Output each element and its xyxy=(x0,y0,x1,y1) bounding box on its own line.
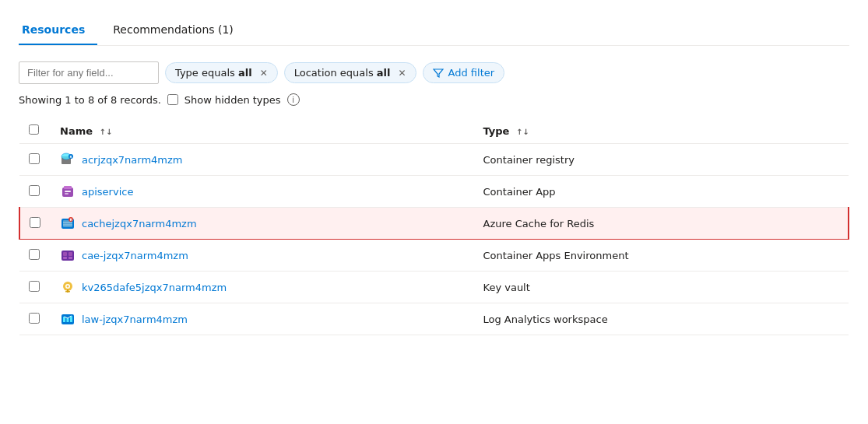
row-name-cell: cae-jzqx7narm4mzm xyxy=(51,240,474,272)
row-checkbox[interactable] xyxy=(29,281,40,292)
svg-rect-18 xyxy=(63,257,67,259)
row-name-cell: kv265dafe5jzqx7narm4mzm xyxy=(51,272,474,303)
row-name-cell: law-jzqx7narm4mzm xyxy=(51,303,474,335)
type-sort-icon[interactable]: ↑↓ xyxy=(516,128,529,136)
location-filter-chip[interactable]: Location equals all ✕ xyxy=(284,62,416,83)
row-checkbox-cell xyxy=(19,240,51,272)
row-type-cell: Container Apps Environment xyxy=(474,240,849,272)
table-row: apiservice Container App xyxy=(19,176,849,208)
show-hidden-label: Show hidden types xyxy=(184,94,281,106)
table-row: kv265dafe5jzqx7narm4mzm Key vault xyxy=(19,272,849,303)
table-row: R cachejzqx7narm4mzm Azure Cache for Red… xyxy=(19,208,849,240)
row-checkbox[interactable] xyxy=(29,249,40,260)
row-checkbox-cell xyxy=(19,208,51,240)
table-row: cae-jzqx7narm4mzm Container Apps Environ… xyxy=(19,240,849,272)
row-checkbox[interactable] xyxy=(29,185,40,196)
svg-text:R: R xyxy=(70,218,73,222)
type-filter-close[interactable]: ✕ xyxy=(260,68,268,79)
row-checkbox[interactable] xyxy=(30,217,40,228)
row-name-cell: apiservice xyxy=(51,176,474,208)
resource-link[interactable]: acrjzqx7narm4mzm xyxy=(82,154,183,166)
tabs-container: Resources Recommendations (1) xyxy=(19,16,849,46)
svg-rect-19 xyxy=(69,257,72,259)
add-filter-label: Add filter xyxy=(448,67,495,79)
filter-bar: Type equals all ✕ Location equals all ✕ … xyxy=(19,61,849,84)
row-checkbox[interactable] xyxy=(29,153,40,164)
resource-link[interactable]: law-jzqx7narm4mzm xyxy=(82,314,188,325)
funnel-icon xyxy=(433,68,444,79)
svg-rect-27 xyxy=(67,318,69,322)
key-vault-icon xyxy=(60,279,76,295)
record-info-bar: Showing 1 to 8 of 8 records. Show hidden… xyxy=(19,93,849,106)
resource-link[interactable]: apiservice xyxy=(82,186,133,198)
filter-input[interactable] xyxy=(19,61,159,84)
resource-link[interactable]: cachejzqx7narm4mzm xyxy=(82,218,197,230)
row-name-cell: R cachejzqx7narm4mzm xyxy=(51,208,474,240)
select-all-checkbox[interactable] xyxy=(29,124,39,135)
info-icon[interactable]: i xyxy=(287,93,300,106)
row-checkbox-cell xyxy=(19,272,51,303)
resource-link[interactable]: cae-jzqx7narm4mzm xyxy=(82,250,188,261)
row-checkbox-cell xyxy=(19,303,51,335)
container-registry-icon: R xyxy=(60,152,76,167)
svg-rect-8 xyxy=(65,193,69,194)
svg-text:R: R xyxy=(70,155,72,159)
row-type-cell: Container registry xyxy=(474,144,849,176)
svg-rect-6 xyxy=(64,186,72,189)
container-apps-env-icon xyxy=(60,247,76,263)
show-hidden-checkbox[interactable] xyxy=(167,94,178,105)
svg-rect-26 xyxy=(63,317,65,322)
svg-rect-7 xyxy=(65,191,71,192)
row-type-cell: Container App xyxy=(474,176,849,208)
table-header-row: Name ↑↓ Type ↑↓ xyxy=(19,118,849,144)
svg-rect-17 xyxy=(69,252,72,256)
select-all-header xyxy=(19,118,51,144)
row-type-cell: Log Analytics workspace xyxy=(474,303,849,335)
svg-rect-16 xyxy=(63,252,67,256)
tab-recommendations[interactable]: Recommendations (1) xyxy=(110,16,246,45)
log-analytics-icon xyxy=(60,311,76,327)
col-header-type: Type ↑↓ xyxy=(474,118,849,144)
resources-table: Name ↑↓ Type ↑↓ R acrjzqx7narm4mzm Conta xyxy=(19,118,849,335)
record-summary: Showing 1 to 8 of 8 records. xyxy=(19,94,161,106)
row-checkbox-cell xyxy=(19,144,51,176)
table-row: law-jzqx7narm4mzm Log Analytics workspac… xyxy=(19,303,849,335)
col-header-name: Name ↑↓ xyxy=(51,118,474,144)
redis-icon: R xyxy=(60,216,76,231)
location-filter-label: Location equals all xyxy=(294,67,391,79)
type-filter-chip[interactable]: Type equals all ✕ xyxy=(165,62,278,83)
type-filter-label: Type equals all xyxy=(175,67,252,79)
tab-resources[interactable]: Resources xyxy=(19,16,97,45)
svg-rect-24 xyxy=(65,291,70,293)
container-app-icon xyxy=(60,184,76,199)
row-type-cell: Key vault xyxy=(474,272,849,303)
location-filter-close[interactable]: ✕ xyxy=(399,68,406,79)
add-filter-button[interactable]: Add filter xyxy=(423,62,505,83)
row-name-cell: R acrjzqx7narm4mzm xyxy=(51,144,474,176)
row-checkbox-cell xyxy=(19,176,51,208)
svg-point-22 xyxy=(67,286,69,288)
table-row: R acrjzqx7narm4mzm Container registry xyxy=(19,144,849,176)
row-checkbox[interactable] xyxy=(29,313,40,324)
resource-link[interactable]: kv265dafe5jzqx7narm4mzm xyxy=(82,282,227,293)
name-sort-icon[interactable]: ↑↓ xyxy=(100,128,113,136)
row-type-cell: Azure Cache for Redis xyxy=(474,208,849,240)
